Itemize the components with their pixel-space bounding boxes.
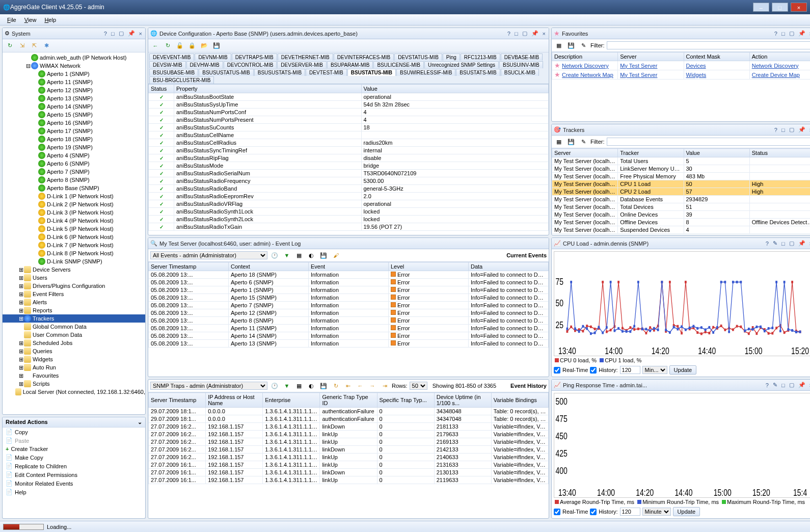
col-header[interactable]: Server [618, 52, 684, 61]
tree-item[interactable]: Aperto 8 (SNMP) [3, 176, 145, 184]
tree-item[interactable]: D-Link 8 (IP Network Host) [3, 249, 145, 257]
close-panel-icon[interactable]: × [138, 31, 143, 37]
collapse-related-icon[interactable]: ⌄ [138, 419, 142, 425]
window-icon[interactable]: □ [780, 127, 786, 133]
table-row[interactable]: 27.07.2009 16:2...192.168.1.1571.3.6.1.4… [149, 423, 549, 431]
link-cell[interactable]: My Test Server [618, 61, 684, 70]
tab[interactable]: DEVEVENT-MIB [149, 54, 194, 61]
pie-icon[interactable]: ◐ [306, 250, 316, 260]
link-cell[interactable]: ★ Network Discovery [552, 61, 618, 70]
menu-view[interactable]: View [20, 17, 41, 23]
table-row[interactable]: My Test Server (localhost:646...Offline … [552, 219, 811, 226]
related-action-item[interactable]: 📄Copy [3, 428, 145, 436]
tree-item[interactable]: D-Link 5 (IP Network Host) [3, 225, 145, 233]
tree-item[interactable]: ⊞Alerts [3, 298, 145, 306]
expand-icon[interactable]: ⇱ [29, 41, 39, 51]
col-header[interactable]: Value [684, 149, 749, 157]
tool-a-icon[interactable]: ▦ [554, 137, 564, 147]
dock-icon[interactable]: ▢ [788, 240, 795, 247]
tree-item[interactable]: Local Server (Not connected, 192.168.1.3… [3, 388, 145, 396]
tree-item[interactable]: D-Link 6 (IP Network Host) [3, 233, 145, 241]
open-icon[interactable]: 📂 [199, 41, 209, 51]
tab[interactable]: DEVSW-MIB [149, 61, 186, 68]
pin-icon[interactable]: 📌 [797, 382, 806, 388]
maximize-button[interactable]: □ [772, 3, 788, 12]
history-checkbox[interactable] [590, 367, 597, 374]
close-panel-icon[interactable]: × [808, 127, 810, 133]
tree-item[interactable]: Aperto Base (SNMP) [3, 184, 145, 192]
col-header[interactable]: Action [749, 52, 810, 61]
table-row[interactable]: 05.08.2009 13:...Aperto 11 (SNMP)Informa… [149, 325, 549, 332]
tool-a-icon[interactable]: ▦ [554, 40, 564, 50]
tree-item[interactable]: D-Link 3 (IP Network Host) [3, 208, 145, 217]
tree-item[interactable]: Aperto 1 (SNMP) [3, 70, 145, 78]
tree-item[interactable]: Aperto 18 (SNMP) [3, 135, 145, 143]
unlock-icon[interactable]: 🔓 [175, 41, 185, 51]
table-row[interactable]: My Test Server (localhost:646...Online D… [552, 211, 811, 219]
table-row[interactable]: 27.07.2009 16:1...192.168.1.1571.3.6.1.4… [149, 461, 549, 469]
col-header[interactable]: Server Timestamp [149, 393, 206, 408]
table-row[interactable]: ✓aniBsuStatusRadioSerialNumT53RD0640N072… [149, 170, 549, 177]
tab[interactable]: BSU-BRGCLUSTER-MIB [149, 76, 214, 84]
close-panel-icon[interactable]: × [542, 31, 547, 37]
dock-icon[interactable]: ▢ [788, 126, 795, 133]
pin-icon[interactable]: 📌 [127, 30, 136, 37]
table-row[interactable]: 29.07.2009 18:1...0.0.0.01.3.6.1.4.1.311… [149, 415, 549, 423]
related-action-item[interactable]: 📄Edit Context Permissions [3, 470, 145, 479]
menu-help[interactable]: Help [40, 17, 60, 23]
col-header[interactable]: Context Mask [684, 52, 749, 61]
table-row[interactable]: ✓aniBsuStatusRadioTxGain19.56 (POT 27) [149, 223, 549, 231]
tree-item[interactable]: ⊞Auto Run [3, 363, 145, 371]
table-row[interactable]: ✓aniBsuStatusCellRadiusradius20km [149, 139, 549, 147]
table-row[interactable]: 27.07.2009 16:2...192.168.1.1571.3.6.1.4… [149, 454, 549, 461]
related-action-item[interactable]: +Create Tracker [3, 445, 145, 453]
table-row[interactable]: 05.08.2009 13:...Aperto 14 (SNMP)Informa… [149, 332, 549, 340]
tree-item[interactable]: D-Link 2 (IP Network Host) [3, 200, 145, 208]
first-icon[interactable]: ⇤ [343, 381, 353, 391]
help-icon[interactable]: ? [103, 31, 108, 37]
col-header[interactable]: Server [552, 149, 618, 157]
tree-item[interactable]: Aperto 16 (SNMP) [3, 119, 145, 127]
table-row[interactable]: 27.07.2009 16:1...192.168.1.1571.3.6.1.4… [149, 469, 549, 476]
brush-icon[interactable]: 🖌 [331, 250, 341, 260]
tool-c-icon[interactable]: ✎ [578, 40, 588, 50]
col-header[interactable]: Status [149, 85, 174, 93]
dock-icon[interactable]: ▢ [521, 30, 528, 37]
help-icon[interactable]: ? [506, 31, 511, 37]
history-checkbox[interactable] [590, 509, 597, 515]
col-header[interactable]: Server Timestamp [149, 262, 229, 271]
pie-icon[interactable]: ◐ [306, 381, 316, 391]
tab[interactable]: BSUSUSTATUS-MIB [199, 69, 254, 76]
minimize-button[interactable]: – [753, 3, 769, 12]
tab[interactable]: BSUPARAM-MIB [327, 61, 373, 68]
tree-item[interactable]: ⊞Trackers [3, 314, 145, 323]
related-action-item[interactable]: 📄Monitor Related Events [3, 479, 145, 488]
link-cell[interactable]: Widgets [684, 70, 749, 79]
update-button[interactable]: Update [673, 507, 700, 516]
tab[interactable]: DEVBASE-MIB [501, 54, 543, 61]
col-header[interactable]: Variable Bindings [491, 393, 548, 408]
table-row[interactable]: ✓aniBsuStatusRipFlagdisable [149, 154, 549, 162]
col-header[interactable]: Context [229, 262, 309, 271]
close-panel-icon[interactable]: × [808, 382, 810, 388]
col-header[interactable]: IP Address or Host Name [206, 393, 263, 408]
table-row[interactable]: 05.08.2009 13:...Aperto 8 (SNMP)Informat… [149, 317, 549, 325]
table-row[interactable]: ★ Network DiscoveryMy Test ServerDevices… [552, 61, 811, 70]
close-button[interactable]: × [791, 3, 807, 12]
table-row[interactable]: My Test Server (localhost:646...Total Us… [552, 157, 811, 165]
unit-select[interactable]: Minute [642, 508, 671, 516]
tree-item[interactable]: ⊞Device Servers [3, 265, 145, 274]
table-row[interactable]: ✓aniBsuStatusRadioSynth2Locklocked [149, 216, 549, 223]
tree-item[interactable]: Aperto 14 (SNMP) [3, 102, 145, 111]
tab[interactable]: BSUCLK-MIB [501, 69, 539, 76]
tree-item[interactable]: ⊞Favourites [3, 371, 145, 380]
prev-icon[interactable]: ← [355, 381, 365, 391]
help-icon[interactable]: ? [773, 31, 778, 37]
table-row[interactable]: 05.08.2009 13:...Aperto 6 (SNMP)Informat… [149, 279, 549, 286]
tree-item[interactable]: Aperto 11 (SNMP) [3, 78, 145, 86]
tool-c-icon[interactable]: ✎ [578, 137, 588, 147]
table-row[interactable]: My Test Server (localhost:646...Total De… [552, 203, 811, 211]
favourites-filter-input[interactable] [607, 41, 811, 49]
table-row[interactable]: 05.08.2009 13:...Aperto 7 (SNMP)Informat… [149, 302, 549, 309]
unit-select[interactable]: Min... [642, 366, 667, 374]
